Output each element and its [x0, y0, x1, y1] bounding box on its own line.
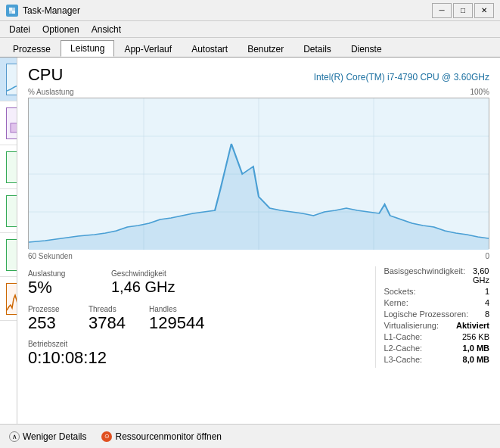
l1-key: L1-Cache:: [384, 332, 422, 341]
l2-key: L2-Cache:: [384, 344, 422, 353]
minimize-button[interactable]: ─: [432, 3, 452, 18]
basis-key: Basisgeschwindigkeit:: [384, 266, 465, 285]
menu-ansicht[interactable]: Ansicht: [85, 23, 127, 36]
app-icon: [6, 5, 18, 17]
basis-row: Basisgeschwindigkeit: 3,60 GHz: [384, 266, 489, 285]
tab-autostart[interactable]: Autostart: [182, 40, 238, 57]
sidebar-item-disk2[interactable]: Datenträger 2 (X:) 0%: [0, 233, 17, 277]
prozesse-block: Prozesse 253: [28, 302, 89, 336]
cpu-model: Intel(R) Core(TM) i7-4790 CPU @ 3.60GHz: [314, 72, 489, 82]
sidebar-item-disk1[interactable]: Datenträger 1 (C:) 0%: [0, 189, 17, 233]
threads-value: 3784: [89, 313, 137, 333]
basis-val: 3,60 GHz: [473, 266, 489, 285]
graph-label-max: 100%: [470, 88, 489, 96]
prozesse-label: Prozesse: [28, 305, 76, 313]
graph-label-row: % Auslastung 100%: [28, 88, 489, 96]
betriebszeit-label: Betriebszeit: [28, 340, 216, 348]
close-button[interactable]: ✕: [474, 3, 494, 18]
kerne-row: Kerne: 4: [384, 298, 489, 307]
handles-block: Handles 129544: [149, 302, 216, 336]
window-controls: ─ □ ✕: [432, 3, 494, 18]
bottom-bar: ∧ Weniger Details ⊙ Ressourcenmonitor öf…: [0, 424, 500, 448]
l3-val: 8,0 MB: [463, 355, 489, 364]
graph-label-auslastung: % Auslastung: [28, 88, 74, 96]
tab-bar: Prozesse Leistung App-Verlauf Autostart …: [0, 38, 500, 58]
svg-rect-7: [11, 123, 17, 132]
logische-val: 8: [485, 310, 489, 319]
maximize-button[interactable]: □: [453, 3, 473, 18]
main-content: CPU 5% 1,46 GHz Arbeitsspeicher 8,9/15,9…: [0, 58, 500, 424]
tab-leistung[interactable]: Leistung: [61, 40, 114, 57]
svg-rect-10: [7, 240, 17, 270]
cpu-panel-title: CPU: [28, 65, 63, 85]
graph-duration: 60 Sekunden: [28, 252, 73, 260]
geschwindigkeit-block: Geschwindigkeit 1,46 GHz: [111, 266, 216, 300]
sockets-val: 1: [485, 287, 489, 296]
sidebar-item-ethernet[interactable]: Ethernet Ethernet 4 Ges.: 0 Empf.: 0 KBi…: [0, 277, 17, 321]
stats-section: Auslastung 5% Geschwindigkeit 1,46 GHz P…: [28, 266, 216, 368]
resource-monitor-button[interactable]: ⊙ Ressourcenmonitor öffnen: [101, 431, 222, 442]
right-panel: CPU Intel(R) Core(TM) i7-4790 CPU @ 3.60…: [17, 58, 500, 424]
sidebar-item-cpu[interactable]: CPU 5% 1,46 GHz: [0, 58, 17, 101]
sockets-key: Sockets:: [384, 287, 415, 296]
chevron-up-icon: ∧: [9, 431, 20, 442]
graph-min: 0: [485, 252, 489, 260]
logische-row: Logische Prozessoren: 8: [384, 310, 489, 319]
disk0-thumbnail: [6, 151, 17, 183]
info-section: Basisgeschwindigkeit: 3,60 GHz Sockets: …: [375, 266, 489, 368]
graph-bottom-labels: 60 Sekunden 0: [28, 252, 489, 260]
betriebszeit-value: 0:10:08:12: [28, 348, 216, 368]
threads-label: Threads: [89, 305, 137, 313]
prozesse-value: 253: [28, 313, 76, 333]
virt-val: Aktiviert: [456, 321, 489, 330]
svg-rect-2: [9, 11, 12, 14]
geschwindigkeit-value: 1,46 GHz: [111, 278, 204, 296]
geschwindigkeit-label: Geschwindigkeit: [111, 269, 204, 278]
l1-val: 256 KB: [462, 332, 489, 341]
sidebar-item-disk0[interactable]: Datenträger 0 (D:) 0%: [0, 145, 17, 189]
sockets-row: Sockets: 1: [384, 287, 489, 296]
uptime-section: Betriebszeit 0:10:08:12: [28, 340, 216, 368]
tab-prozesse[interactable]: Prozesse: [3, 40, 61, 57]
svg-rect-0: [9, 8, 12, 11]
sidebar-item-memory[interactable]: Arbeitsspeicher 8,9/15,9 GB (56%): [0, 101, 17, 145]
tab-dienste[interactable]: Dienste: [341, 40, 392, 57]
l1-row: L1-Cache: 256 KB: [384, 332, 489, 341]
handles-value: 129544: [149, 313, 204, 333]
ethernet-thumbnail: [6, 283, 17, 315]
left-panel: CPU 5% 1,46 GHz Arbeitsspeicher 8,9/15,9…: [0, 58, 17, 424]
threads-block: Threads 3784: [89, 302, 149, 336]
title-bar: Task-Manager ─ □ ✕: [0, 0, 500, 21]
handles-label: Handles: [149, 305, 204, 313]
cpu-thumbnail: [6, 64, 17, 95]
menu-bar: Datei Optionen Ansicht: [0, 21, 500, 38]
auslastung-block: Auslastung 5%: [28, 266, 111, 300]
less-details-button[interactable]: ∧ Weniger Details: [9, 431, 86, 442]
virt-row: Virtualisierung: Aktiviert: [384, 321, 489, 330]
svg-rect-3: [12, 11, 15, 14]
logische-key: Logische Prozessoren:: [384, 310, 468, 319]
tab-appverlauf[interactable]: App-Verlauf: [114, 40, 182, 57]
l2-row: L2-Cache: 1,0 MB: [384, 344, 489, 353]
window-title: Task-Manager: [23, 5, 432, 16]
tab-benutzer[interactable]: Benutzer: [238, 40, 293, 57]
menu-optionen[interactable]: Optionen: [36, 23, 85, 36]
memory-thumbnail: [6, 107, 17, 139]
kerne-key: Kerne:: [384, 298, 408, 307]
auslastung-value: 5%: [28, 278, 99, 297]
menu-datei[interactable]: Datei: [3, 23, 36, 36]
l3-key: L3-Cache:: [384, 355, 422, 364]
kerne-val: 4: [485, 298, 489, 307]
virt-key: Virtualisierung:: [384, 321, 439, 330]
svg-rect-9: [7, 196, 17, 226]
stats-info-layout: Auslastung 5% Geschwindigkeit 1,46 GHz P…: [28, 266, 489, 368]
cpu-header: CPU Intel(R) Core(TM) i7-4790 CPU @ 3.60…: [28, 65, 489, 85]
auslastung-label: Auslastung: [28, 269, 99, 278]
cpu-graph: [28, 98, 489, 249]
svg-rect-8: [7, 152, 17, 182]
svg-rect-1: [12, 8, 15, 11]
monitor-icon: ⊙: [101, 431, 112, 442]
tab-details[interactable]: Details: [293, 40, 341, 57]
l3-row: L3-Cache: 8,0 MB: [384, 355, 489, 364]
disk1-thumbnail: [6, 195, 17, 227]
